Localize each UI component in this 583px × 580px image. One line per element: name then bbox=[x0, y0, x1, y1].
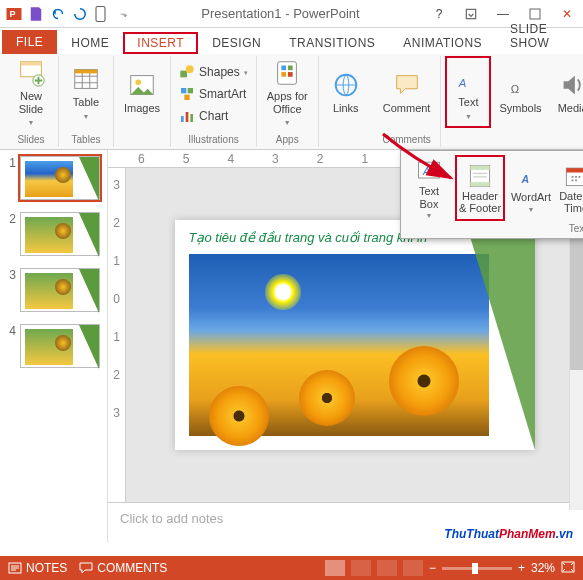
slide-image[interactable] bbox=[189, 254, 489, 436]
svg-rect-20 bbox=[278, 62, 297, 85]
svg-rect-4 bbox=[530, 9, 540, 19]
chart-button[interactable]: Chart bbox=[175, 105, 252, 127]
thumbnail-item: 2 bbox=[4, 212, 103, 256]
dropdown-icon: ▼ bbox=[528, 206, 535, 213]
zoom-slider[interactable] bbox=[442, 567, 512, 570]
images-icon bbox=[127, 70, 157, 100]
svg-rect-24 bbox=[288, 72, 293, 77]
touch-mode-button[interactable] bbox=[92, 4, 112, 24]
chart-label: Chart bbox=[199, 109, 228, 123]
reading-view-button[interactable] bbox=[377, 560, 397, 576]
thumbnail-number: 3 bbox=[4, 268, 16, 312]
date-icon bbox=[562, 162, 583, 190]
qat-customize[interactable]: ⬎ bbox=[114, 4, 134, 24]
images-button[interactable]: Images bbox=[118, 56, 166, 128]
wordart-button[interactable]: A WordArt ▼ bbox=[507, 155, 555, 221]
thumbnail-4[interactable] bbox=[20, 324, 100, 368]
symbols-label: Symbols bbox=[499, 102, 541, 114]
box-icon bbox=[464, 7, 478, 21]
text-button[interactable]: A Text ▼ bbox=[445, 56, 491, 128]
links-button[interactable]: Links bbox=[323, 56, 369, 128]
new-slide-button[interactable]: New Slide ▼ bbox=[8, 56, 54, 128]
thumbnail-item: 3 bbox=[4, 268, 103, 312]
text-label: Text bbox=[458, 96, 478, 108]
table-icon bbox=[71, 64, 101, 94]
slide[interactable]: Tạo tiêu đề đầu trang và cuối trang khi … bbox=[175, 220, 535, 450]
thumbnail-decoration bbox=[79, 157, 99, 201]
media-button[interactable]: Media bbox=[550, 56, 583, 128]
slideshow-view-button[interactable] bbox=[403, 560, 423, 576]
fit-to-window-button[interactable] bbox=[561, 561, 575, 576]
dropdown-icon: ▼ bbox=[83, 113, 90, 120]
quick-access-toolbar: P ⬎ bbox=[4, 4, 134, 24]
undo-button[interactable] bbox=[48, 4, 68, 24]
svg-rect-31 bbox=[470, 165, 489, 169]
group-images: Images bbox=[114, 56, 171, 147]
svg-text:P: P bbox=[10, 9, 16, 19]
group-label-illustrations: Illustrations bbox=[188, 132, 239, 147]
slide-title-text[interactable]: Tạo tiêu đề đầu trang và cuối trang khi … bbox=[189, 230, 428, 245]
tab-insert[interactable]: INSERT bbox=[123, 32, 198, 54]
ruler-mark: 2 bbox=[113, 216, 120, 230]
help-button[interactable]: ? bbox=[427, 4, 451, 24]
notes-toggle[interactable]: NOTES bbox=[8, 561, 67, 575]
smartart-label: SmartArt bbox=[199, 87, 246, 101]
shapes-button[interactable]: Shapes▾ bbox=[175, 61, 252, 83]
tab-slideshow[interactable]: SLIDE SHOW bbox=[496, 18, 583, 54]
svg-rect-2 bbox=[96, 6, 105, 21]
header-footer-icon bbox=[466, 162, 494, 190]
comment-button[interactable]: Comment bbox=[377, 56, 437, 128]
thumbnail-number: 2 bbox=[4, 212, 16, 256]
ribbon-options-button[interactable] bbox=[459, 4, 483, 24]
dropdown-icon: ▾ bbox=[244, 69, 248, 77]
svg-rect-16 bbox=[184, 95, 189, 100]
thumbnail-preview bbox=[25, 273, 73, 309]
group-slides: New Slide ▼ Slides bbox=[4, 56, 59, 147]
save-button[interactable] bbox=[26, 4, 46, 24]
thumbnail-preview bbox=[25, 329, 73, 365]
svg-rect-12 bbox=[180, 71, 187, 78]
sunflower-graphic bbox=[209, 386, 269, 446]
app-icon[interactable]: P bbox=[4, 4, 24, 24]
date-time-button[interactable]: Date & Time bbox=[557, 155, 583, 221]
svg-rect-23 bbox=[282, 72, 287, 77]
svg-rect-18 bbox=[186, 112, 189, 122]
images-label: Images bbox=[124, 102, 160, 114]
notes-icon bbox=[8, 562, 22, 574]
thumbnail-1[interactable] bbox=[20, 156, 100, 200]
repeat-icon bbox=[71, 5, 89, 23]
group-label-images bbox=[141, 132, 144, 147]
apps-button[interactable]: Apps for Office ▼ bbox=[261, 56, 314, 128]
tab-animations[interactable]: ANIMATIONS bbox=[389, 32, 496, 54]
smartart-button[interactable]: SmartArt bbox=[175, 83, 252, 105]
group-apps: Apps for Office ▼ Apps bbox=[257, 56, 319, 147]
symbols-button[interactable]: Ω Symbols bbox=[493, 56, 547, 128]
zoom-in-button[interactable]: + bbox=[518, 561, 525, 575]
svg-rect-6 bbox=[21, 62, 42, 66]
redo-button[interactable] bbox=[70, 4, 90, 24]
table-label: Table bbox=[73, 96, 99, 108]
touch-icon bbox=[93, 5, 111, 23]
zoom-out-button[interactable]: − bbox=[429, 561, 436, 575]
comments-icon bbox=[79, 562, 93, 574]
tab-home[interactable]: HOME bbox=[57, 32, 123, 54]
date-time-label: Date & Time bbox=[559, 190, 583, 214]
speaker-icon bbox=[558, 70, 583, 100]
normal-view-button[interactable] bbox=[325, 560, 345, 576]
thumbnail-preview bbox=[25, 217, 73, 253]
thumbnail-2[interactable] bbox=[20, 212, 100, 256]
fit-icon bbox=[561, 561, 575, 573]
zoom-level[interactable]: 32% bbox=[531, 561, 555, 575]
shapes-label: Shapes bbox=[199, 65, 240, 79]
tab-design[interactable]: DESIGN bbox=[198, 32, 275, 54]
table-button[interactable]: Table ▼ bbox=[63, 56, 109, 128]
sorter-view-button[interactable] bbox=[351, 560, 371, 576]
tab-transitions[interactable]: TRANSITIONS bbox=[275, 32, 389, 54]
svg-rect-21 bbox=[282, 66, 287, 71]
svg-rect-32 bbox=[470, 182, 489, 186]
comments-label: COMMENTS bbox=[97, 561, 167, 575]
thumbnail-3[interactable] bbox=[20, 268, 100, 312]
tab-file[interactable]: FILE bbox=[2, 30, 57, 54]
vertical-ruler[interactable]: 3210123 bbox=[108, 168, 126, 502]
comments-toggle[interactable]: COMMENTS bbox=[79, 561, 167, 575]
